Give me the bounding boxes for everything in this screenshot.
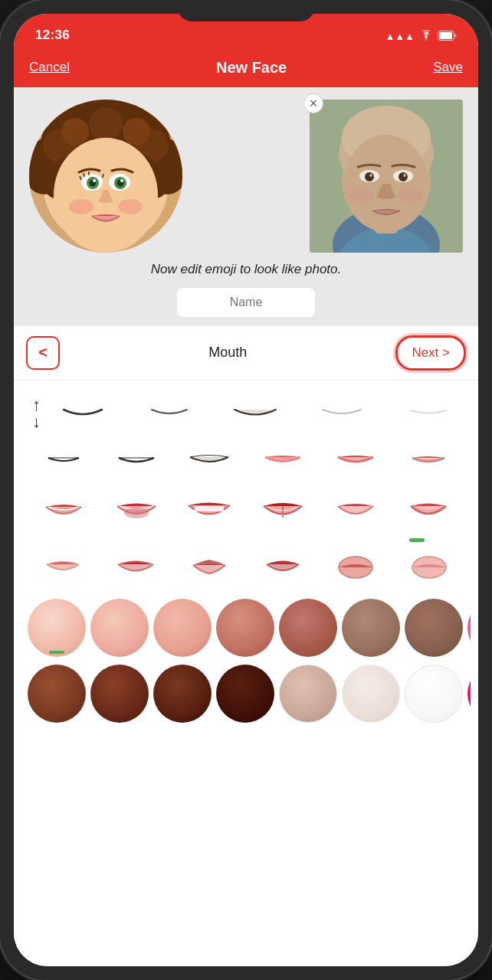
mouth-option-20[interactable]: [175, 547, 243, 588]
svg-point-26: [69, 199, 93, 214]
color-option-6[interactable]: [342, 599, 400, 657]
signal-icon: ▲▲▲: [385, 31, 415, 42]
mouth-option-8[interactable]: [175, 440, 243, 482]
color-option-11[interactable]: [153, 665, 212, 723]
cancel-button[interactable]: Cancel: [29, 60, 70, 75]
svg-point-25: [120, 179, 123, 182]
emoji-face: [29, 100, 182, 253]
color-option-10[interactable]: [90, 665, 149, 723]
options-grid: ↑ ↓: [14, 381, 478, 966]
color-option-16[interactable]: [467, 665, 471, 723]
mouth-option-15[interactable]: [249, 491, 317, 532]
mouth-option-4[interactable]: [308, 391, 376, 433]
status-icons: ▲▲▲: [385, 30, 457, 43]
mouth-option-13[interactable]: [103, 491, 170, 532]
mouth-option-11[interactable]: [395, 440, 462, 482]
mouth-option-2[interactable]: [136, 391, 203, 433]
next-label: Next >: [412, 345, 450, 361]
photo-close-button[interactable]: [303, 93, 323, 113]
svg-point-45: [124, 508, 149, 518]
color-option-3[interactable]: [153, 599, 212, 657]
mouth-row-2: [21, 437, 471, 485]
svg-point-11: [123, 118, 150, 145]
color-option-2[interactable]: [90, 599, 149, 657]
color-row-1: [21, 594, 471, 662]
color-row-2: [21, 662, 471, 730]
mouth-option-17[interactable]: [395, 491, 462, 532]
color-option-7[interactable]: [405, 599, 463, 657]
photo-container: [310, 100, 463, 253]
svg-point-41: [349, 188, 374, 203]
mouth-option-1[interactable]: [49, 391, 116, 433]
svg-point-12: [89, 107, 123, 141]
selector-panel: < Mouth Next > ↑ ↓: [14, 326, 478, 966]
svg-rect-1: [439, 32, 452, 39]
svg-point-40: [403, 174, 406, 177]
notch: [177, 0, 315, 21]
selector-header: < Mouth Next >: [14, 326, 478, 381]
svg-point-39: [369, 174, 372, 177]
phone-screen: 12:36 ▲▲▲: [14, 14, 478, 966]
mouth-option-6[interactable]: [30, 440, 97, 482]
section-label: Mouth: [208, 345, 247, 361]
mouth-row-4: [21, 544, 471, 591]
mouth-option-10[interactable]: [322, 440, 389, 482]
battery-icon: [438, 31, 457, 43]
mouth-option-16[interactable]: [322, 491, 389, 532]
color-option-9[interactable]: [28, 665, 86, 723]
size-handle[interactable]: ↑ ↓: [21, 394, 41, 430]
color-option-4[interactable]: [216, 599, 274, 657]
down-arrow-icon: ↓: [32, 413, 41, 430]
back-button[interactable]: <: [26, 336, 60, 370]
mouth-row-1-container: ↑ ↓: [21, 388, 471, 436]
mouth-option-14[interactable]: [175, 491, 243, 532]
color-option-5[interactable]: [279, 599, 337, 657]
color-option-14[interactable]: [342, 665, 400, 723]
mouth-option-23[interactable]: [395, 547, 463, 588]
status-time: 12:36: [35, 28, 70, 43]
mouth-option-9[interactable]: [249, 440, 317, 482]
svg-point-38: [399, 172, 408, 181]
next-button[interactable]: Next >: [395, 335, 466, 371]
svg-point-37: [365, 172, 374, 181]
selection-indicator: [21, 538, 471, 542]
face-photo: [310, 100, 463, 253]
mouth-option-21[interactable]: [249, 547, 317, 588]
svg-point-34: [345, 135, 428, 230]
instruction-text: Now edit emoji to look like photo.: [29, 260, 463, 279]
wifi-icon: [419, 30, 433, 43]
nav-bar: Cancel New Face Save: [14, 47, 478, 87]
page-title: New Face: [216, 59, 287, 77]
mouth-option-7[interactable]: [103, 440, 170, 482]
svg-point-24: [93, 179, 96, 182]
mouth-row-1: [41, 388, 471, 436]
svg-point-42: [399, 188, 423, 203]
color-option-8[interactable]: [467, 599, 471, 657]
mouth-row-3: [21, 488, 471, 535]
color-option-15[interactable]: [405, 665, 463, 723]
svg-point-10: [61, 118, 89, 145]
mouth-option-5[interactable]: [395, 391, 462, 433]
save-button[interactable]: Save: [433, 60, 463, 75]
name-input[interactable]: [177, 288, 315, 317]
phone-frame: 12:36 ▲▲▲: [0, 0, 492, 980]
back-icon: <: [38, 344, 48, 361]
mouth-option-18[interactable]: [29, 547, 97, 588]
mouth-option-12[interactable]: [30, 491, 97, 532]
color-option-1[interactable]: [28, 599, 86, 657]
svg-rect-46: [195, 506, 224, 511]
mouth-option-3[interactable]: [221, 391, 289, 433]
up-arrow-icon: ↑: [32, 397, 41, 413]
svg-point-27: [118, 199, 143, 214]
face-row: [29, 100, 463, 253]
green-indicator: [409, 538, 425, 542]
color-option-12[interactable]: [216, 665, 274, 723]
content-area: Now edit emoji to look like photo.: [14, 87, 478, 326]
mouth-option-19[interactable]: [102, 547, 169, 588]
color-option-13[interactable]: [279, 665, 337, 723]
mouth-option-22[interactable]: [322, 547, 389, 588]
